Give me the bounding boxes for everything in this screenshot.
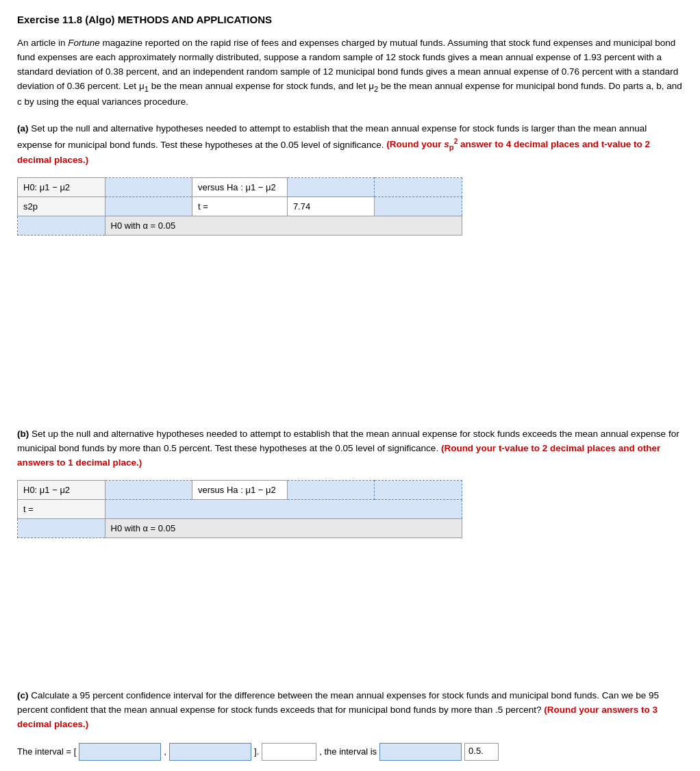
part-a-reject-input[interactable]	[18, 216, 105, 236]
part-b-t-label: t =	[18, 500, 105, 519]
intro-text3: be the mean annual expense for stock fun…	[149, 81, 368, 91]
part-b-row1: H0: μ1 − μ2 versus Ha : μ1 − μ2	[18, 481, 462, 500]
part-b-label: (b)	[17, 429, 29, 439]
part-b-reject-input[interactable]	[18, 519, 105, 538]
interval-input-4[interactable]	[379, 743, 462, 761]
mu1-symbol: μ	[139, 81, 145, 91]
part-a-section: (a) Set up the null and alternative hypo…	[17, 122, 683, 236]
part-a-t-label: t =	[192, 197, 288, 216]
interval-comma: ,	[164, 746, 166, 757]
part-a-row3: H0 with α = 0.05	[18, 216, 462, 236]
part-b-h0-input1[interactable]	[105, 481, 192, 500]
interval-bracket: ].	[254, 746, 259, 757]
interval-input-1[interactable]	[79, 743, 161, 761]
interval-row: The interval = [ , ]. , the interval is …	[17, 743, 683, 761]
part-b-instruction: (b) Set up the null and alternative hypo…	[17, 427, 683, 470]
interval-prefix: The interval = [	[17, 746, 76, 757]
part-a-s2p-input[interactable]	[105, 197, 192, 216]
interval-is-label: , the interval is	[319, 746, 377, 757]
part-c-instruction: (c) Calculate a 95 percent confidence in…	[17, 689, 683, 732]
part-c-section: (c) Calculate a 95 percent confidence in…	[17, 689, 683, 761]
part-a-h0-input1[interactable]	[105, 178, 192, 197]
fortune-magazine: Fortune	[68, 38, 100, 48]
part-c-label: (c)	[17, 690, 29, 700]
part-a-instruction: (a) Set up the null and alternative hypo…	[17, 122, 683, 168]
part-b-ha-input2[interactable]	[375, 481, 462, 500]
part-b-h0-alpha: H0 with α = 0.05	[105, 519, 462, 538]
part-b-ha-input1[interactable]	[287, 481, 375, 500]
part-b-t-input[interactable]	[105, 500, 462, 519]
interval-suffix: 0.5.	[464, 743, 499, 761]
part-a-h0-alpha: H0 with α = 0.05	[105, 216, 462, 236]
interval-input-3[interactable]	[262, 743, 316, 761]
exercise-title: Exercise 11.8 (Algo) METHODS AND APPLICA…	[17, 14, 683, 25]
intro-text1: An article in	[17, 38, 68, 48]
part-a-ha-input1[interactable]	[287, 178, 375, 197]
mu2-symbol: μ	[368, 81, 374, 91]
part-a-h0-label: H0: μ1 − μ2	[18, 178, 105, 197]
part-a-t-value: 7.74	[287, 197, 375, 216]
part-b-row3: H0 with α = 0.05	[18, 519, 462, 538]
part-b-table: H0: μ1 − μ2 versus Ha : μ1 − μ2 t = H0 w…	[17, 480, 462, 538]
part-a-row2: s2p t = 7.74	[18, 197, 462, 216]
part-a-ha-input2[interactable]	[375, 178, 462, 197]
part-a-t-input[interactable]	[375, 197, 462, 216]
part-a-s2p-label: s2p	[18, 197, 105, 216]
part-a-table: H0: μ1 − μ2 versus Ha : μ1 − μ2 s2p t = …	[17, 177, 462, 236]
part-a-versus-label: versus Ha : μ1 − μ2	[192, 178, 288, 197]
part-b-row2: t =	[18, 500, 462, 519]
part-a-row1: H0: μ1 − μ2 versus Ha : μ1 − μ2	[18, 178, 462, 197]
part-b-versus-label: versus Ha : μ1 − μ2	[192, 481, 288, 500]
part-b-h0-label: H0: μ1 − μ2	[18, 481, 105, 500]
interval-input-2[interactable]	[169, 743, 251, 761]
intro-paragraph: An article in Fortune magazine reported …	[17, 36, 683, 110]
part-b-section: (b) Set up the null and alternative hypo…	[17, 427, 683, 538]
part-a-label: (a)	[17, 123, 29, 134]
